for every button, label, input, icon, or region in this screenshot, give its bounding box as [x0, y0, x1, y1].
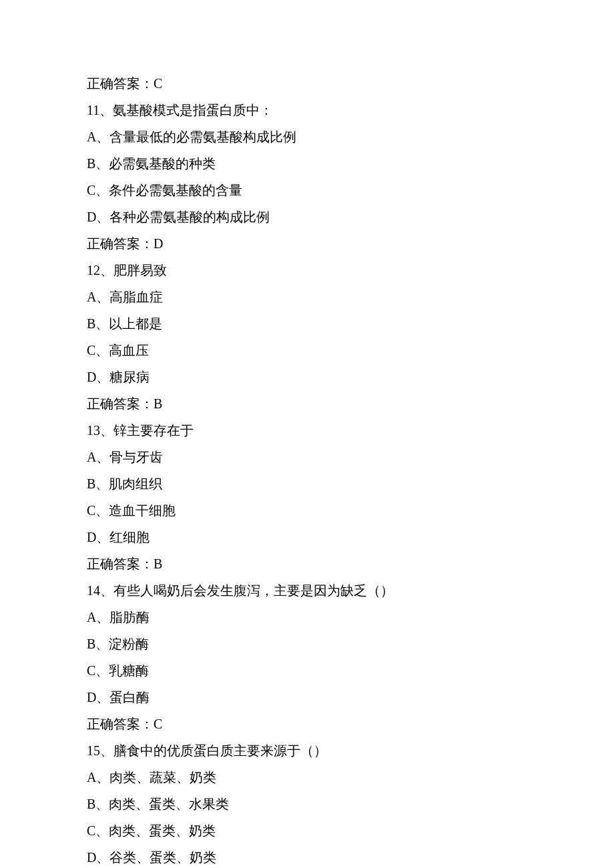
option-line: D、蛋白酶	[87, 684, 527, 711]
option-line: D、谷类、蛋类、奶类	[87, 844, 527, 868]
option-line: C、乳糖酶	[87, 657, 527, 684]
question-line: 14、有些人喝奶后会发生腹泻，主要是因为缺乏（）	[87, 577, 527, 604]
answer-line: 正确答案：B	[87, 550, 527, 577]
option-line: B、淀粉酶	[87, 630, 527, 657]
option-line: A、骨与牙齿	[87, 444, 527, 470]
option-line: C、造血干细胞	[87, 497, 527, 524]
option-line: A、高脂血症	[87, 284, 527, 310]
question-line: 12、肥胖易致	[87, 257, 527, 284]
option-line: B、以上都是	[87, 310, 527, 337]
option-line: C、条件必需氨基酸的含量	[87, 177, 527, 203]
answer-line: 正确答案：C	[87, 711, 527, 737]
option-line: B、肉类、蛋类、水果类	[87, 791, 527, 817]
option-line: B、肌肉组织	[87, 470, 527, 497]
option-line: D、红细胞	[87, 524, 527, 550]
question-line: 11、氨基酸模式是指蛋白质中：	[87, 97, 527, 123]
option-line: D、糖尿病	[87, 364, 527, 390]
answer-line: 正确答案：C	[87, 70, 527, 97]
question-line: 13、锌主要存在于	[87, 417, 527, 444]
option-line: C、高血压	[87, 337, 527, 364]
option-line: A、脂肪酶	[87, 604, 527, 630]
answer-line: 正确答案：B	[87, 390, 527, 417]
question-line: 15、膳食中的优质蛋白质主要来源于（）	[87, 737, 527, 764]
option-line: A、肉类、蔬菜、奶类	[87, 764, 527, 791]
option-line: C、肉类、蛋类、奶类	[87, 817, 527, 844]
option-line: D、各种必需氨基酸的构成比例	[87, 203, 527, 230]
option-line: B、必需氨基酸的种类	[87, 150, 527, 177]
answer-line: 正确答案：D	[87, 230, 527, 257]
option-line: A、含量最低的必需氨基酸构成比例	[87, 123, 527, 150]
document-page: 正确答案：C 11、氨基酸模式是指蛋白质中： A、含量最低的必需氨基酸构成比例 …	[0, 0, 614, 868]
